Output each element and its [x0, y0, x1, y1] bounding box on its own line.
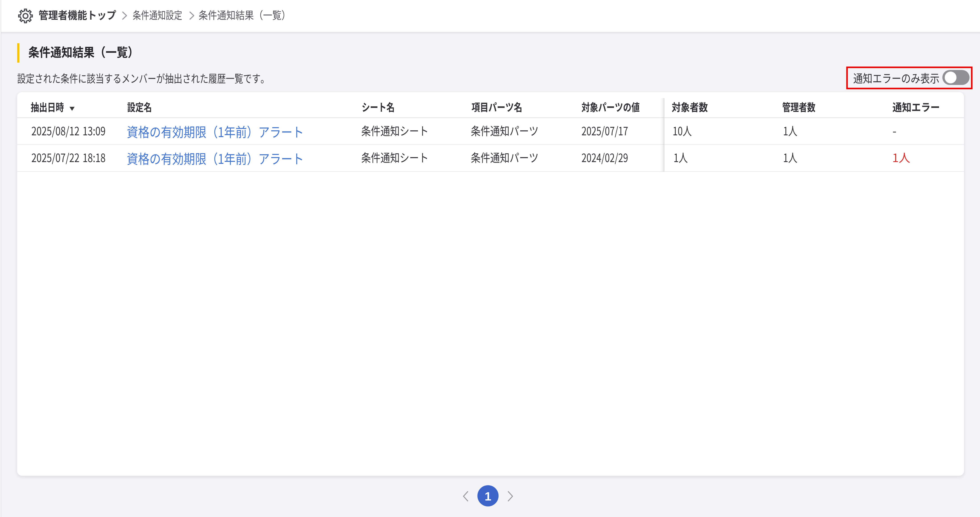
svg-text:1: 1 [485, 490, 492, 503]
